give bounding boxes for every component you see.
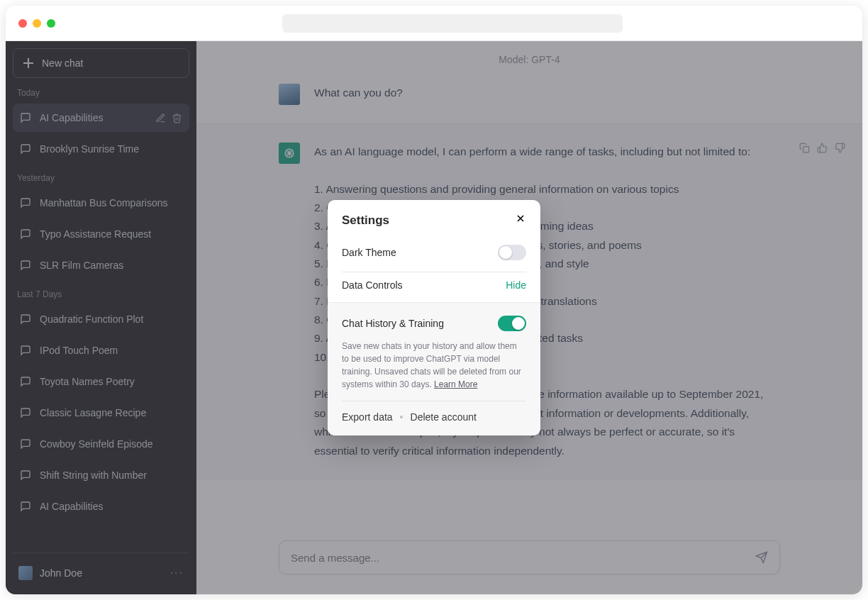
minimize-window-button[interactable] — [33, 19, 41, 28]
data-controls-toggle[interactable]: Hide — [506, 279, 526, 291]
address-bar[interactable] — [282, 14, 623, 33]
close-icon — [515, 213, 526, 224]
titlebar — [6, 6, 862, 41]
separator: • — [400, 411, 404, 423]
learn-more-link[interactable]: Learn More — [434, 379, 477, 389]
dark-theme-label: Dark Theme — [342, 247, 396, 258]
app-window: New chat Today AI Capabilities Brooklyn … — [6, 6, 862, 594]
dark-theme-toggle[interactable] — [498, 245, 526, 260]
modal-overlay[interactable]: Settings Dark Theme Data Controls Hide C… — [6, 41, 862, 594]
chat-history-description: Save new chats in your history and allow… — [342, 340, 526, 391]
chat-history-toggle[interactable] — [498, 316, 526, 331]
chat-history-label: Chat History & Training — [342, 318, 444, 329]
settings-title: Settings — [342, 213, 389, 228]
close-button[interactable] — [515, 213, 526, 228]
data-controls-label: Data Controls — [342, 279, 403, 291]
chat-history-description-text: Save new chats in your history and allow… — [342, 341, 521, 389]
delete-account-button[interactable]: Delete account — [411, 411, 477, 423]
settings-modal: Settings Dark Theme Data Controls Hide C… — [328, 200, 540, 435]
export-data-button[interactable]: Export data — [342, 411, 393, 423]
maximize-window-button[interactable] — [47, 19, 55, 28]
window-controls — [18, 19, 55, 28]
data-controls-panel: Chat History & Training Save new chats i… — [328, 302, 540, 435]
close-window-button[interactable] — [18, 19, 27, 28]
address-bar-area — [55, 14, 850, 33]
